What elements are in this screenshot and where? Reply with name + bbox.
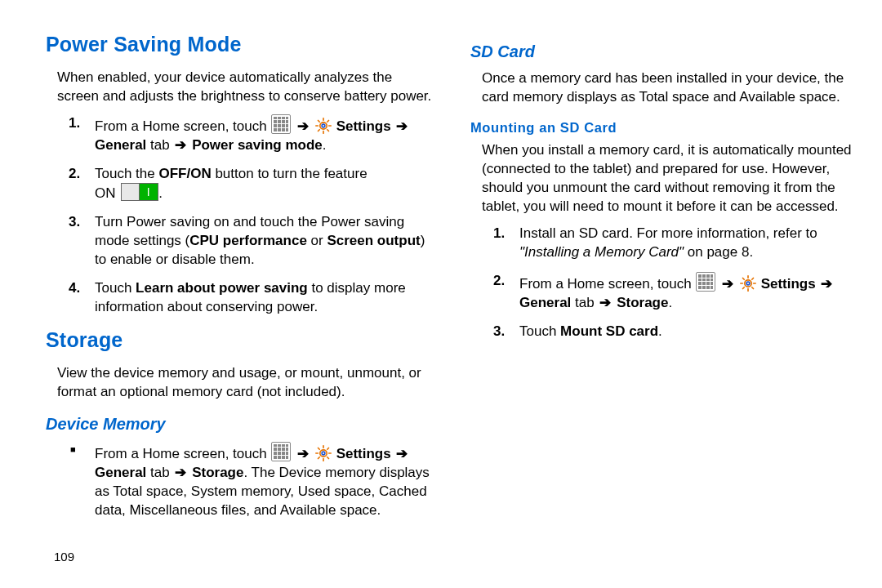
step-number: 2. xyxy=(493,272,505,291)
heading-power-saving: Power Saving Mode xyxy=(46,31,433,59)
right-column: SD Card Once a memory card has been inst… xyxy=(470,29,858,529)
heading-storage: Storage xyxy=(46,327,433,354)
arrow-icon: ➔ xyxy=(598,295,612,310)
item-text: From a Home screen, touch xyxy=(95,446,270,461)
step-text: on page 8. xyxy=(684,244,753,260)
arrow-icon: ➔ xyxy=(296,446,310,461)
left-column: Power Saving Mode When enabled, your dev… xyxy=(46,29,433,529)
general-label: General xyxy=(95,137,146,153)
ref-title: "Installing a Memory Card" xyxy=(519,244,684,260)
step-3: 3. Touch Mount SD card. xyxy=(493,323,858,341)
step-2: 2. Touch the OFF/ON button to turn the f… xyxy=(69,165,433,204)
step-3: 3. Turn Power saving on and touch the Po… xyxy=(69,213,433,270)
settings-gear-icon xyxy=(315,445,332,461)
list-item: From a Home screen, touch ➔ Settings ➔ G… xyxy=(69,442,433,520)
toggle-on-icon xyxy=(121,183,158,201)
manual-page: Power Saving Mode When enabled, your dev… xyxy=(0,0,882,529)
step-4: 4. Touch Learn about power saving to dis… xyxy=(69,279,433,317)
step-text: Install an SD card. For more information… xyxy=(519,225,817,241)
storage-desc: View the device memory and usage, or mou… xyxy=(57,364,433,402)
settings-gear-icon xyxy=(740,275,756,292)
heading-device-memory: Device Memory xyxy=(46,413,433,435)
step-number: 3. xyxy=(493,323,505,341)
arrow-icon: ➔ xyxy=(720,276,735,292)
step-number: 3. xyxy=(69,213,80,232)
storage-label: Storage xyxy=(617,295,668,310)
tab-word: tab xyxy=(575,295,598,310)
step-text: Touch xyxy=(95,280,136,296)
step-number: 4. xyxy=(69,279,80,298)
step-text: Touch the xyxy=(95,166,158,181)
device-memory-list: From a Home screen, touch ➔ Settings ➔ G… xyxy=(69,442,433,520)
mounting-desc: When you install a memory card, it is au… xyxy=(482,141,858,216)
step-number: 1. xyxy=(69,114,80,133)
general-label: General xyxy=(95,465,146,480)
heading-sd-card: SD Card xyxy=(470,41,858,63)
arrow-icon: ➔ xyxy=(173,137,188,153)
step-2: 2. From a Home screen, touch ➔ Settings … xyxy=(493,272,858,313)
on-label: ON xyxy=(95,185,116,201)
cpu-perf-label: CPU performance xyxy=(189,233,307,248)
period: . xyxy=(158,185,163,201)
step-1: 1. Install an SD card. For more informat… xyxy=(493,225,858,262)
apps-icon xyxy=(271,442,291,461)
step-text: Touch xyxy=(519,323,560,339)
arrow-icon: ➔ xyxy=(819,276,834,292)
arrow-icon: ➔ xyxy=(394,118,409,134)
step-1: 1. From a Home screen, touch ➔ Settings … xyxy=(69,114,433,155)
period: . xyxy=(668,295,672,310)
step-text: From a Home screen, touch xyxy=(519,276,695,292)
tab-word: tab xyxy=(150,137,173,153)
mounting-steps: 1. Install an SD card. For more informat… xyxy=(493,225,858,341)
storage-label: Storage xyxy=(192,465,243,480)
or-word: or xyxy=(307,233,327,248)
power-mode-label: Power saving mode xyxy=(192,137,323,153)
sd-card-desc: Once a memory card has been installed in… xyxy=(482,69,858,107)
tab-word: tab xyxy=(150,465,173,480)
arrow-icon: ➔ xyxy=(173,465,188,480)
mount-sd-label: Mount SD card xyxy=(560,323,658,339)
arrow-icon: ➔ xyxy=(394,446,409,461)
apps-icon xyxy=(271,114,291,134)
general-label: General xyxy=(519,295,571,310)
power-saving-desc: When enabled, your device automatically … xyxy=(57,69,433,106)
period: . xyxy=(323,137,327,153)
settings-gear-icon xyxy=(315,118,332,134)
apps-icon xyxy=(696,272,715,292)
period: . xyxy=(658,323,662,339)
settings-label: Settings xyxy=(336,446,395,461)
step-number: 1. xyxy=(493,225,505,243)
step-text: button to turn the feature xyxy=(215,166,367,181)
step-number: 2. xyxy=(69,165,80,184)
settings-label: Settings xyxy=(761,276,820,292)
learn-label: Learn about power saving xyxy=(136,280,308,296)
page-number: 109 xyxy=(54,549,74,565)
offon-label: OFF/ON xyxy=(158,166,211,181)
screen-output-label: Screen output xyxy=(327,233,420,248)
heading-mounting-sd: Mounting an SD Card xyxy=(470,118,858,136)
arrow-icon: ➔ xyxy=(296,118,310,134)
power-saving-steps: 1. From a Home screen, touch ➔ Settings … xyxy=(69,114,433,317)
step-text: From a Home screen, touch xyxy=(95,118,270,134)
settings-label: Settings xyxy=(336,118,395,134)
